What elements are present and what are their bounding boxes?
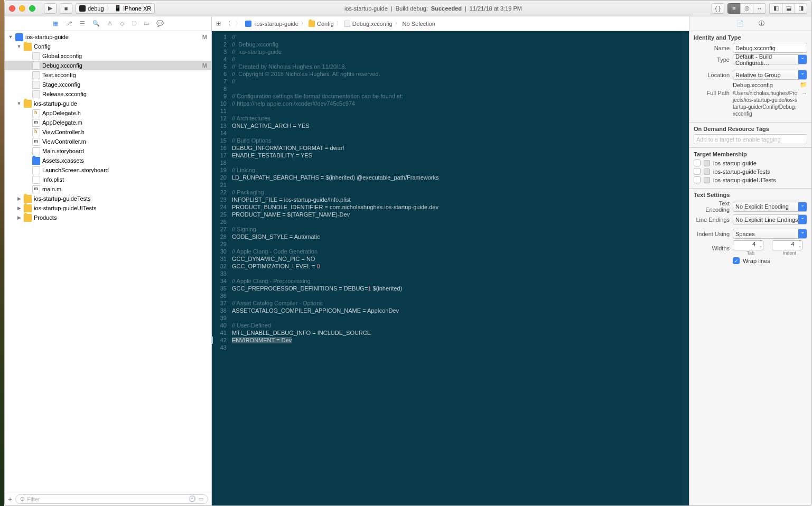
target-name: ios-startup-guide bbox=[713, 160, 757, 166]
source-control-navigator-tab[interactable]: ⎇ bbox=[66, 20, 72, 27]
disclosure-triangle[interactable]: ▼ bbox=[16, 101, 22, 106]
toolbar: ▶ ■ debug 〉 📱 iPhone XR ios-startup-guid… bbox=[5, 1, 811, 16]
breadcrumb-item[interactable]: Debug.xcconfig bbox=[352, 21, 393, 27]
wrap-lines-checkbox[interactable]: ✓ bbox=[733, 257, 740, 264]
tree-row[interactable]: LaunchScreen.storyboard bbox=[5, 165, 211, 175]
editor: ⊞ 〈 〉 ios-startup-guide〉Config〉Debug.xcc… bbox=[212, 16, 689, 505]
tree-row[interactable]: Debug.xcconfigM bbox=[5, 61, 211, 70]
disclosure-triangle[interactable]: ▶ bbox=[16, 205, 22, 211]
breadcrumb-item[interactable]: ios-startup-guide bbox=[255, 21, 298, 27]
scm-status: M bbox=[202, 34, 207, 40]
chevron-right-icon: 〉 bbox=[106, 4, 112, 12]
tree-label: ViewController.h bbox=[42, 129, 85, 135]
toggle-inspector[interactable]: ◨ bbox=[795, 3, 807, 14]
help-inspector-tab[interactable]: ⓘ bbox=[759, 20, 764, 27]
tree-row[interactable]: AppDelegate.m bbox=[5, 118, 211, 127]
disclosure-triangle[interactable]: ▼ bbox=[16, 44, 22, 49]
toggle-navigator[interactable]: ◧ bbox=[769, 3, 782, 14]
report-navigator-tab[interactable]: 💬 bbox=[156, 20, 164, 27]
run-button[interactable]: ▶ bbox=[44, 3, 57, 14]
scm-status: M bbox=[202, 62, 207, 69]
navigator: ▦ ⎇ ☰ 🔍 ⚠ ◇ ≣ ▭ 💬 ▼ios-startup-guideM▼Co… bbox=[5, 16, 212, 505]
indent-using-select[interactable]: Spaces bbox=[733, 229, 807, 239]
name-field[interactable]: Debug.xcconfig bbox=[733, 43, 807, 53]
scheme-selector[interactable]: debug 〉 📱 iPhone XR bbox=[76, 3, 155, 14]
tab-width-field[interactable]: 4 bbox=[733, 240, 763, 250]
tree-row[interactable]: Assets.xcassets bbox=[5, 156, 211, 165]
tree-row[interactable]: Release.xcconfig bbox=[5, 89, 211, 99]
target-checkbox[interactable] bbox=[694, 176, 701, 183]
symbol-navigator-tab[interactable]: ☰ bbox=[80, 20, 85, 27]
tree-row[interactable]: ▼ios-startup-guide bbox=[5, 99, 211, 108]
encoding-select[interactable]: No Explicit Encoding bbox=[733, 202, 807, 212]
jump-bar[interactable]: ⊞ 〈 〉 ios-startup-guide〉Config〉Debug.xcc… bbox=[212, 16, 689, 31]
recent-filter-icon[interactable]: 🕘 bbox=[189, 495, 196, 502]
add-button[interactable]: + bbox=[8, 495, 12, 503]
code-editor[interactable]: 1234567891011121314151617181920212223242… bbox=[212, 31, 689, 505]
disclosure-triangle[interactable]: ▼ bbox=[8, 34, 13, 40]
close-window[interactable] bbox=[9, 5, 15, 12]
tree-row[interactable]: Test.xcconfig bbox=[5, 70, 211, 80]
stop-button[interactable]: ■ bbox=[60, 3, 72, 14]
endings-select[interactable]: No Explicit Line Endings bbox=[733, 214, 807, 224]
tree-row[interactable]: Info.plist bbox=[5, 175, 211, 184]
version-editor[interactable]: ↔ bbox=[753, 3, 766, 14]
tree-row[interactable]: ▶ios-startup-guideTests bbox=[5, 194, 211, 203]
window-controls bbox=[9, 5, 35, 12]
tree-row[interactable]: AppDelegate.h bbox=[5, 108, 211, 118]
target-checkbox[interactable] bbox=[694, 168, 701, 175]
indent-width-field[interactable]: 4 bbox=[772, 240, 802, 250]
folder-icon[interactable]: 📁 bbox=[800, 81, 807, 88]
assistant-editor[interactable]: ◎ bbox=[740, 3, 753, 14]
scrollbar[interactable] bbox=[682, 31, 689, 505]
related-items-icon[interactable]: ⊞ bbox=[216, 20, 221, 27]
minimize-window[interactable] bbox=[19, 5, 25, 12]
navigator-tabs[interactable]: ▦ ⎇ ☰ 🔍 ⚠ ◇ ≣ ▭ 💬 bbox=[5, 16, 211, 31]
type-select[interactable]: Default - Build Configurati… bbox=[733, 54, 807, 64]
tree-row[interactable]: Stage.xcconfig bbox=[5, 80, 211, 89]
issue-navigator-tab[interactable]: ⚠ bbox=[107, 20, 113, 27]
zoom-window[interactable] bbox=[29, 5, 35, 12]
reveal-icon[interactable]: → bbox=[801, 90, 807, 96]
project-tree[interactable]: ▼ios-startup-guideM▼ConfigGlobal.xcconfi… bbox=[5, 31, 211, 492]
breakpoint-navigator-tab[interactable]: ▭ bbox=[144, 20, 149, 27]
library-button[interactable]: { } bbox=[712, 3, 724, 14]
tree-label: ios-startup-guideUITests bbox=[34, 205, 97, 211]
tree-row[interactable]: ▼ios-startup-guideM bbox=[5, 32, 211, 42]
back-button[interactable]: 〈 bbox=[225, 20, 231, 27]
tree-row[interactable]: ▶Products bbox=[5, 213, 211, 222]
full-path-value: /Users/nicholas.hughes/Projects/ios-star… bbox=[733, 90, 798, 117]
tree-row[interactable]: Main.storyboard bbox=[5, 146, 211, 156]
project-navigator-tab[interactable]: ▦ bbox=[53, 20, 58, 27]
forward-button[interactable]: 〉 bbox=[235, 20, 241, 27]
panel-toggles[interactable]: ◧ ⬓ ◨ bbox=[769, 3, 807, 14]
tree-row[interactable]: ▼Config bbox=[5, 42, 211, 51]
tree-label: ios-startup-guide bbox=[25, 34, 69, 40]
filter-field[interactable]: ⊙ Filter 🕘 ▭ bbox=[15, 494, 208, 504]
tree-label: Main.storyboard bbox=[42, 148, 84, 154]
target-checkbox[interactable] bbox=[694, 160, 701, 166]
breadcrumb-item[interactable]: Config bbox=[317, 21, 334, 27]
tree-row[interactable]: ViewController.h bbox=[5, 127, 211, 137]
find-navigator-tab[interactable]: 🔍 bbox=[92, 20, 100, 27]
inspector-tabs[interactable]: 📄 ⓘ bbox=[689, 16, 811, 31]
disclosure-triangle[interactable]: ▶ bbox=[16, 196, 22, 201]
file-inspector-tab[interactable]: 📄 bbox=[736, 20, 744, 27]
ondemand-field[interactable]: Add to a target to enable tagging bbox=[694, 134, 807, 144]
test-navigator-tab[interactable]: ◇ bbox=[120, 20, 124, 27]
tree-label: Debug.xcconfig bbox=[42, 62, 82, 69]
disclosure-triangle[interactable]: ▶ bbox=[16, 215, 22, 220]
standard-editor[interactable]: ≡ bbox=[727, 3, 740, 14]
debug-navigator-tab[interactable]: ≣ bbox=[132, 20, 136, 27]
tree-label: Assets.xcassets bbox=[42, 157, 84, 164]
scm-filter-icon[interactable]: ▭ bbox=[198, 495, 203, 502]
navigator-bottom-bar: + ⊙ Filter 🕘 ▭ bbox=[5, 492, 211, 505]
tree-row[interactable]: Global.xcconfig bbox=[5, 51, 211, 61]
tree-row[interactable]: main.m bbox=[5, 184, 211, 194]
breadcrumb-item[interactable]: No Selection bbox=[403, 21, 435, 27]
tree-row[interactable]: ViewController.m bbox=[5, 137, 211, 146]
tree-row[interactable]: ▶ios-startup-guideUITests bbox=[5, 203, 211, 213]
toggle-debug-area[interactable]: ⬓ bbox=[782, 3, 795, 14]
editor-mode-segmented[interactable]: ≡ ◎ ↔ bbox=[727, 3, 766, 14]
location-select[interactable]: Relative to Group bbox=[733, 70, 807, 80]
